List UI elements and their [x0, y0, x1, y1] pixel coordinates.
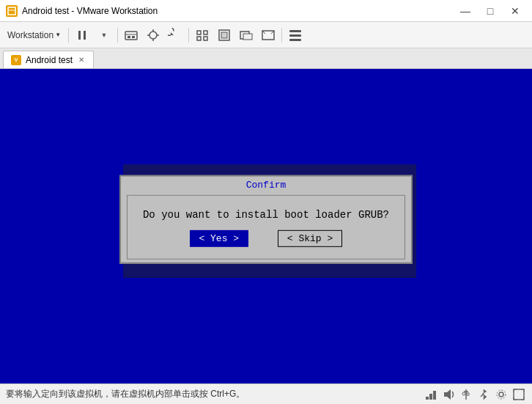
app-icon [6, 5, 18, 17]
unity-view-button[interactable] [192, 25, 213, 45]
window-controls: — □ ✕ [454, 4, 526, 18]
svg-rect-29 [429, 394, 432, 400]
tab-android-test[interactable]: V Android test ✕ [3, 51, 94, 68]
svg-rect-7 [132, 36, 135, 38]
workstation-label: Workstation [7, 30, 53, 40]
status-bar: 要将输入定向到该虚拟机，请在虚拟机内部单击或按 Ctrl+G。 [0, 383, 532, 404]
svg-rect-35 [467, 393, 469, 395]
dialog-message: Do you want to install boot loader GRUB? [142, 207, 390, 222]
fit-screen-button[interactable] [258, 25, 278, 45]
svg-rect-14 [197, 31, 201, 34]
sound-icon[interactable] [441, 387, 456, 402]
dialog-title: Confirm [246, 179, 287, 190]
pause-dropdown[interactable]: ▼ [94, 25, 114, 45]
toolbar-separator-1 [68, 28, 69, 43]
title-bar: Android test - VMware Workstation — □ ✕ [0, 0, 532, 22]
skip-button[interactable]: < Skip > [278, 229, 342, 246]
svg-rect-27 [289, 39, 301, 41]
workstation-dropdown-arrow: ▼ [55, 32, 61, 38]
svg-marker-31 [444, 389, 451, 400]
svg-rect-4 [125, 32, 137, 40]
maximize-button[interactable]: □ [479, 4, 501, 18]
svg-rect-28 [426, 397, 429, 400]
toolbar-separator-3 [188, 28, 189, 43]
svg-marker-13 [171, 32, 174, 35]
svg-rect-15 [204, 31, 207, 34]
svg-rect-26 [289, 34, 301, 37]
svg-line-36 [481, 394, 484, 397]
tab-vm-icon: V [11, 55, 21, 65]
dialog-title-bar: Confirm [121, 176, 411, 191]
send-ctrlaltdel-button[interactable] [121, 25, 141, 45]
fullscreen-button[interactable] [214, 25, 234, 45]
svg-point-8 [149, 32, 157, 39]
svg-rect-39 [514, 389, 524, 400]
status-icons [424, 387, 526, 402]
settings-icon[interactable] [494, 387, 509, 402]
tab-bar: V Android test ✕ [0, 48, 532, 69]
svg-rect-16 [197, 37, 201, 40]
svg-rect-25 [289, 30, 301, 32]
minimize-button[interactable]: — [454, 4, 476, 18]
snapshot-button[interactable] [143, 25, 163, 45]
vm-screen[interactable]: Confirm Do you want to install boot load… [0, 69, 532, 383]
toolbar-separator-4 [281, 28, 282, 43]
svg-rect-17 [204, 37, 207, 40]
workstation-menu[interactable]: Workstation ▼ [3, 25, 65, 45]
usb-icon[interactable] [459, 387, 473, 402]
tab-close-button[interactable]: ✕ [77, 54, 86, 65]
window-title: Android test - VMware Workstation [22, 6, 454, 16]
toolbar: Workstation ▼ ▼ [0, 22, 532, 48]
svg-rect-19 [221, 32, 227, 38]
yes-button[interactable]: < Yes > [190, 229, 248, 246]
svg-rect-30 [433, 391, 436, 400]
status-text: 要将输入定向到该虚拟机，请在虚拟机内部单击或按 Ctrl+G。 [6, 388, 245, 400]
toolbar-separator-2 [117, 28, 118, 43]
network-icon[interactable] [424, 387, 438, 402]
svg-rect-3 [84, 31, 86, 40]
fullscreen-status-icon[interactable] [511, 387, 526, 402]
tab-label: Android test [26, 55, 73, 65]
dialog-buttons: < Yes > < Skip > [142, 222, 390, 249]
dialog-content: Do you want to install boot loader GRUB?… [127, 194, 405, 259]
revert-button[interactable] [165, 25, 185, 45]
preferences-button[interactable] [285, 25, 306, 45]
close-button[interactable]: ✕ [504, 4, 526, 18]
svg-point-37 [499, 392, 503, 397]
svg-rect-6 [128, 36, 130, 38]
svg-point-38 [497, 390, 506, 399]
pause-button[interactable] [72, 25, 92, 45]
confirm-dialog: Confirm Do you want to install boot load… [119, 175, 413, 263]
resize-button[interactable] [236, 25, 256, 45]
svg-rect-2 [78, 31, 81, 40]
bluetooth-icon[interactable] [476, 387, 491, 402]
svg-rect-0 [8, 7, 15, 15]
svg-point-34 [462, 392, 465, 395]
svg-rect-21 [243, 34, 252, 40]
